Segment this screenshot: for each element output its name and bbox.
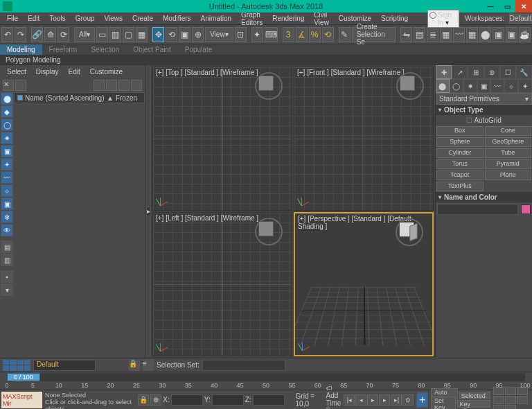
curve-editor-button[interactable]: 〰 — [453, 27, 465, 42]
viewport-top[interactable]: [+] [Top ] [Standard ] [Wireframe ] — [152, 67, 292, 211]
cmd-subcategory[interactable]: Standard Primitives▾ — [436, 93, 532, 105]
scene-menu-select[interactable]: Select — [3, 67, 30, 77]
transform-mode-icon[interactable]: ⊕ — [150, 394, 161, 406]
scale-button[interactable]: ▣ — [179, 27, 190, 42]
coord-y-input[interactable] — [212, 394, 244, 406]
menu-customize[interactable]: Customize — [335, 13, 375, 24]
prim-tube[interactable]: Tube — [485, 148, 532, 158]
menu-tools[interactable]: Tools — [45, 13, 69, 24]
subribbon-polymodeling[interactable]: Polygon Modeling — [0, 56, 66, 64]
move-button[interactable]: ✥ — [152, 27, 164, 42]
maximize-viewport-icon[interactable] — [505, 405, 516, 410]
prim-box[interactable]: Box — [436, 126, 484, 136]
filter-helper-icon[interactable]: ✦ — [1, 158, 13, 171]
menu-views[interactable]: Views — [100, 13, 127, 24]
menu-scripting[interactable]: Scripting — [377, 13, 412, 24]
render-frame-button[interactable]: ▣ — [506, 27, 517, 42]
viewport-left[interactable]: [+] [Left ] [Standard ] [Wireframe ] — [152, 212, 292, 356]
menu-edit[interactable]: Edit — [24, 13, 44, 24]
filter-shape-icon[interactable]: ◯ — [1, 119, 13, 131]
select-name-button[interactable]: ▥ — [109, 27, 121, 42]
cat-lights-icon[interactable]: ✷ — [463, 79, 477, 93]
menu-group[interactable]: Group — [71, 13, 99, 24]
filter-frozen-icon[interactable]: ❄ — [1, 211, 13, 223]
tab-modeling[interactable]: Modeling — [0, 44, 42, 55]
scene-tool-1[interactable]: ✕ — [3, 80, 14, 91]
maximize-button[interactable]: ▭ — [499, 0, 515, 12]
scene-menu-customize[interactable]: Customize — [86, 67, 127, 77]
menu-create[interactable]: Create — [128, 13, 157, 24]
unlink-button[interactable]: ⟰ — [44, 27, 56, 42]
vp-left-label[interactable]: [+] [Left ] [Standard ] [Wireframe ] — [156, 214, 258, 222]
spinner-snap-button[interactable]: ⟲ — [322, 27, 334, 42]
cmd-tab-create[interactable]: ✚ — [436, 65, 452, 79]
viewport-layout-icon[interactable] — [3, 360, 30, 371]
viewcube-icon[interactable] — [258, 221, 279, 242]
cat-geometry-icon[interactable]: ⬤ — [436, 79, 450, 93]
lock-selection-icon[interactable]: 🔒 — [138, 394, 149, 406]
orbit-icon[interactable] — [493, 405, 504, 410]
prim-torus[interactable]: Torus — [436, 159, 484, 169]
time-slider-thumb[interactable]: 0 / 100 — [7, 373, 40, 381]
align-button[interactable]: ▤ — [414, 27, 425, 42]
cat-space-icon[interactable]: ⟐ — [504, 79, 518, 93]
vp-top-label[interactable]: [+] [Top ] [Standard ] [Wireframe ] — [156, 69, 258, 76]
menu-animation[interactable]: Animation — [197, 13, 236, 24]
selection-filter[interactable]: All ▾ — [74, 27, 95, 42]
filter-container-icon[interactable]: ▣ — [1, 198, 13, 210]
undo-button[interactable]: ↶ — [1, 27, 13, 42]
object-color-swatch[interactable] — [521, 204, 531, 214]
viewport-front[interactable]: [+] [Front ] [Standard ] [Wireframe ] — [294, 67, 434, 211]
maxscript-listener[interactable]: MAXScript Mir — [1, 392, 42, 408]
rotate-button[interactable]: ⟲ — [166, 27, 177, 42]
cat-systems-icon[interactable]: ✦ — [518, 79, 532, 93]
cmd-tab-modify[interactable]: ↗ — [452, 65, 468, 79]
workspaces-select[interactable]: Default — [509, 14, 532, 24]
collapse-all-icon[interactable]: ▥ — [1, 254, 13, 266]
scene-tool-3[interactable] — [94, 80, 105, 91]
prim-cone[interactable]: Cone — [485, 126, 532, 136]
refcoord-select[interactable]: View ▾ — [205, 27, 233, 42]
prim-plane[interactable]: Plane — [485, 171, 532, 180]
tab-objectpaint[interactable]: Object Paint — [126, 44, 177, 55]
manip-button[interactable]: ✦ — [251, 27, 263, 42]
percent-snap-button[interactable]: % — [309, 27, 321, 42]
viewcube-icon[interactable] — [258, 76, 279, 96]
set-key-button[interactable]: Set Key — [431, 397, 456, 410]
menu-rendering[interactable]: Rendering — [268, 13, 308, 24]
prev-frame-button[interactable]: ◂ — [355, 394, 366, 406]
material-button[interactable]: ⬤ — [479, 27, 491, 42]
tab-selection[interactable]: Selection — [84, 44, 126, 55]
viewcube-icon[interactable] — [400, 76, 420, 96]
selset-input[interactable] — [202, 360, 285, 371]
object-name-input[interactable] — [437, 204, 518, 215]
scene-tool-2[interactable] — [15, 80, 26, 91]
filter-hidden-icon[interactable]: 👁 — [1, 224, 13, 236]
prim-textplus[interactable]: TextPlus — [436, 182, 484, 191]
coord-z-input[interactable] — [253, 394, 285, 406]
autogrid-check[interactable]: ☐ AutoGrid — [436, 115, 532, 125]
toggle-ribbon-button[interactable]: ▦ — [440, 27, 452, 42]
layer-button[interactable]: ≣ — [427, 27, 438, 42]
goto-end-button[interactable]: ▸| — [391, 394, 402, 406]
sec-object-type[interactable]: Object Type — [436, 105, 532, 115]
named-sel-set[interactable]: Create Selection Se — [352, 27, 396, 42]
key-mode-button[interactable]: ⊙ — [402, 394, 414, 406]
vp-front-label[interactable]: [+] [Front ] [Standard ] [Wireframe ] — [297, 69, 405, 76]
prim-pyramid[interactable]: Pyramid — [485, 159, 532, 169]
mirror-button[interactable]: ⇋ — [400, 27, 412, 42]
prim-teapot[interactable]: Teapot — [436, 171, 484, 180]
scene-tool-4[interactable] — [106, 80, 117, 91]
sync-icon[interactable]: ▪ — [1, 270, 13, 283]
select-button[interactable]: ▭ — [96, 27, 108, 42]
cmd-tab-display[interactable]: ☐ — [500, 65, 516, 79]
filter-bone-icon[interactable]: ⟐ — [1, 184, 13, 197]
cmd-tab-hierarchy[interactable]: ⊞ — [468, 65, 484, 79]
scene-menu-display[interactable]: Display — [32, 67, 63, 77]
key-target-select[interactable]: Selected — [459, 392, 491, 399]
editsel-button[interactable]: ✎ — [339, 27, 351, 42]
cat-shapes-icon[interactable]: ◯ — [450, 79, 463, 93]
scene-tool-6[interactable] — [131, 80, 142, 91]
search-icon[interactable]: ▾ — [1, 284, 13, 296]
lock-icon[interactable]: 🔒 — [129, 360, 140, 371]
